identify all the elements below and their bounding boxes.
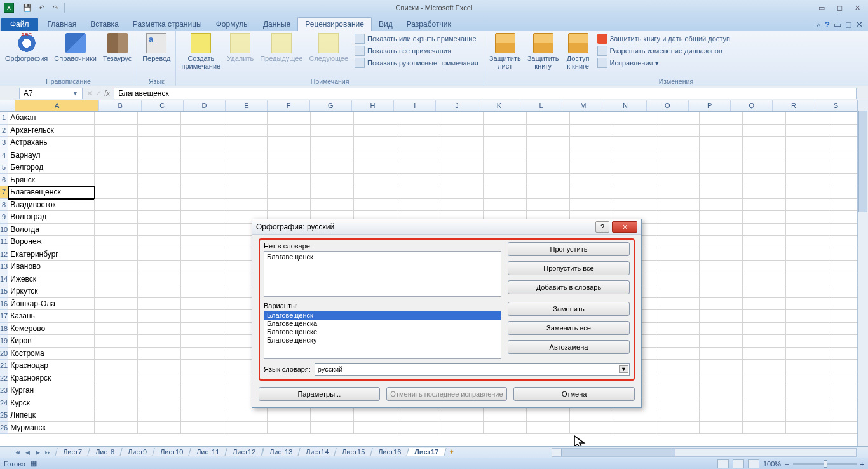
row-header[interactable]: 26	[0, 422, 8, 435]
cell[interactable]	[138, 125, 181, 137]
cell[interactable]	[527, 174, 570, 187]
cell[interactable]	[656, 323, 700, 336]
row-header[interactable]: 24	[0, 397, 8, 410]
cell[interactable]	[829, 360, 857, 372]
cell[interactable]	[181, 409, 224, 422]
cell[interactable]	[181, 397, 224, 410]
cell[interactable]: Архангельск	[8, 125, 95, 137]
cell[interactable]	[138, 323, 181, 336]
cell[interactable]	[656, 273, 700, 286]
zoom-level[interactable]: 100%	[763, 460, 781, 468]
cell[interactable]	[397, 137, 440, 149]
cell[interactable]	[95, 149, 138, 162]
column-header[interactable]: D	[184, 100, 226, 111]
cell[interactable]	[311, 199, 354, 212]
cell[interactable]	[700, 384, 743, 397]
cell[interactable]	[656, 298, 700, 311]
cell[interactable]	[700, 323, 743, 336]
cell[interactable]: Ижевск	[8, 273, 95, 286]
cell[interactable]	[656, 261, 700, 273]
cell[interactable]	[613, 199, 656, 212]
cell[interactable]	[224, 422, 268, 435]
cell[interactable]	[656, 211, 700, 224]
cell[interactable]	[354, 161, 397, 174]
row-header[interactable]: 19	[0, 335, 8, 348]
cell[interactable]	[95, 422, 138, 435]
cell[interactable]	[484, 409, 527, 422]
ribbon-tab[interactable]: Главная	[41, 18, 84, 31]
cell[interactable]	[95, 199, 138, 212]
cell[interactable]	[484, 125, 527, 137]
help-icon[interactable]: ?	[825, 20, 830, 29]
cell[interactable]	[527, 422, 570, 435]
column-header[interactable]: J	[436, 100, 478, 111]
sheet-nav-last-icon[interactable]: ⏭	[43, 448, 52, 457]
view-normal-icon[interactable]	[717, 459, 729, 468]
cell[interactable]	[181, 273, 224, 286]
row-header[interactable]: 18	[0, 323, 8, 336]
cell[interactable]	[786, 273, 829, 286]
cell[interactable]	[829, 348, 857, 360]
suggestion-item[interactable]: Благовещенска	[264, 320, 501, 328]
cell[interactable]	[181, 323, 224, 336]
cell[interactable]	[743, 384, 786, 397]
formula-input[interactable]: Благавещенск	[114, 88, 857, 99]
cell[interactable]	[354, 149, 397, 162]
cell[interactable]	[397, 161, 440, 174]
cell[interactable]	[570, 149, 613, 162]
row-header[interactable]: 13	[0, 261, 8, 273]
cell[interactable]	[700, 422, 743, 435]
cell[interactable]	[484, 174, 527, 187]
column-header[interactable]: E	[226, 100, 268, 111]
cell[interactable]	[656, 372, 700, 385]
cell[interactable]	[181, 161, 224, 174]
cell[interactable]	[95, 125, 138, 137]
cell[interactable]	[786, 298, 829, 311]
row-header[interactable]: 15	[0, 285, 8, 298]
cell[interactable]	[268, 149, 311, 162]
cell[interactable]	[656, 422, 700, 435]
cell[interactable]: Липецк	[8, 409, 95, 422]
row-header[interactable]: 7	[0, 186, 8, 199]
cell[interactable]	[613, 125, 656, 137]
cell[interactable]	[829, 422, 857, 435]
cell[interactable]	[138, 310, 181, 323]
cell[interactable]	[224, 125, 268, 137]
cell[interactable]	[484, 137, 527, 149]
dict-lang-select[interactable]: русский▼	[315, 363, 630, 376]
cell[interactable]: Мурманск	[8, 422, 95, 435]
cell[interactable]	[527, 199, 570, 212]
row-header[interactable]: 25	[0, 409, 8, 422]
cell[interactable]	[224, 174, 268, 187]
cell[interactable]	[354, 422, 397, 435]
cell[interactable]	[700, 409, 743, 422]
ignore-all-button[interactable]: Пропустить все	[508, 261, 630, 275]
cell[interactable]: Владивосток	[8, 199, 95, 212]
cell[interactable]	[570, 174, 613, 187]
cell[interactable]	[829, 174, 857, 187]
cell[interactable]	[829, 323, 857, 336]
column-header[interactable]: C	[142, 100, 184, 111]
change-button[interactable]: Заменить	[508, 302, 630, 316]
horizontal-scrollbar[interactable]	[552, 448, 857, 457]
options-button[interactable]: Параметры...	[259, 387, 380, 401]
cell[interactable]: Астрахань	[8, 137, 95, 149]
cell[interactable]	[829, 384, 857, 397]
cell[interactable]	[95, 323, 138, 336]
cell[interactable]	[138, 348, 181, 360]
cell[interactable]	[786, 397, 829, 410]
cell[interactable]	[138, 273, 181, 286]
cell[interactable]	[440, 125, 484, 137]
cell[interactable]	[397, 422, 440, 435]
cell[interactable]	[656, 199, 700, 212]
cell[interactable]	[95, 137, 138, 149]
cell[interactable]	[700, 285, 743, 298]
research-button[interactable]: Справочники	[51, 32, 99, 64]
cell[interactable]	[268, 161, 311, 174]
cell[interactable]	[656, 149, 700, 162]
cell[interactable]	[829, 310, 857, 323]
sheet-tab[interactable]: Лист17	[406, 448, 447, 456]
cell[interactable]	[656, 335, 700, 348]
cell[interactable]	[138, 248, 181, 261]
excel-icon[interactable]: X	[3, 1, 15, 14]
